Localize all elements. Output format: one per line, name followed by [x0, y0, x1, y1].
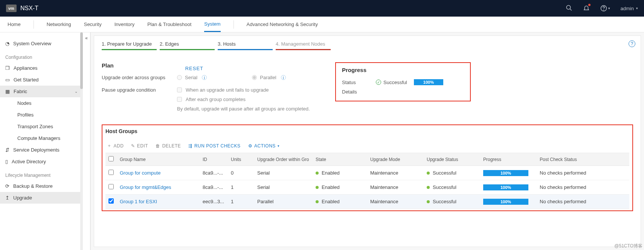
watermark: @51CTO博客 [614, 243, 642, 249]
status-label: Status [342, 80, 376, 85]
info-icon[interactable]: i [281, 75, 286, 80]
user-menu[interactable]: admin ▾ [621, 6, 638, 11]
col-progress: Progress [480, 153, 537, 166]
table-row[interactable]: Group for compute8ca9...-...0SerialEnabl… [105, 166, 629, 180]
host-groups-section: Host Groups ＋ADD ✎EDIT 🗑DELETE ⇶RUN POST… [102, 124, 633, 211]
trash-icon: 🗑 [156, 143, 160, 149]
status-value: Successful [383, 80, 407, 85]
pause-condition-label: Pause upgrade condition [102, 87, 177, 93]
sidebar-collapse-handle[interactable]: « [83, 32, 90, 250]
cell-order: Parallel [254, 195, 313, 209]
cell-state: Enabled [313, 166, 367, 180]
product-name: NSX-T [20, 5, 38, 12]
radio-parallel[interactable]: Paralleli [252, 75, 285, 80]
vmware-logo: vm [6, 5, 17, 12]
sidebar-item-profiles[interactable]: Profiles [0, 109, 83, 121]
step-prepare[interactable]: 1. Prepare for Upgrade [102, 41, 157, 52]
checkbox-label: When an upgrade unit fails to upgrade [186, 87, 269, 93]
status-dot-icon [427, 186, 430, 189]
radio-label: Serial [185, 75, 197, 80]
sidebar-item-get-started[interactable]: ▭ Get Started [0, 74, 83, 86]
tab-networking[interactable]: Networking [47, 17, 71, 31]
cell-upgrade-status: Successful [424, 195, 480, 209]
sidebar-item-active-directory[interactable]: ▯ Active Directory [0, 156, 83, 167]
radio-serial[interactable]: Seriali [177, 75, 207, 80]
row-checkbox[interactable] [108, 170, 114, 175]
sidebar-item-backup-restore[interactable]: ⟳ Backup & Restore [0, 180, 83, 192]
col-units: Units [228, 153, 254, 166]
col-id: ID [200, 153, 228, 166]
chevron-down-icon: ⌄ [75, 89, 78, 94]
cell-order: Serial [254, 166, 313, 180]
help-icon[interactable]: ▾ [600, 5, 610, 12]
col-upgrade-status: Upgrade Status [424, 153, 480, 166]
sidebar-item-label: System Overview [13, 41, 51, 46]
cell-group-name[interactable]: Group 1 for ESXI [117, 195, 200, 209]
sidebar-item-overview[interactable]: ◔ System Overview [0, 38, 83, 49]
checkbox-group-complete[interactable]: After each group completes [177, 97, 310, 102]
info-icon[interactable]: i [202, 75, 207, 80]
host-groups-title: Host Groups [105, 128, 629, 134]
cell-id: eec9...3... [200, 195, 228, 209]
reset-button[interactable]: RESET [185, 66, 203, 71]
sidebar-section-lifecycle: Lifecycle Management [0, 167, 83, 180]
tab-home[interactable]: Home [8, 17, 21, 31]
sidebar-item-compute-managers[interactable]: Compute Managers [0, 132, 83, 144]
tab-separator [233, 20, 234, 29]
sidebar-item-transport-zones[interactable]: Transport Zones [0, 121, 83, 132]
cell-post-check: No checks performed [537, 195, 629, 209]
actions-menu[interactable]: ⚙ACTIONS▾ [248, 143, 280, 149]
sidebar-item-label: Backup & Restore [13, 183, 53, 189]
cell-id: 8ca9...-... [200, 166, 228, 180]
run-post-checks-button[interactable]: ⇶RUN POST CHECKS [188, 143, 240, 149]
delete-button[interactable]: 🗑DELETE [156, 143, 181, 149]
tab-plan-troubleshoot[interactable]: Plan & Troubleshoot [147, 17, 191, 31]
book-icon: ▯ [5, 159, 8, 164]
search-icon[interactable] [566, 5, 572, 12]
cell-units: 1 [228, 180, 254, 195]
cell-post-check: No checks performed [537, 180, 629, 195]
sidebar-item-service-deployments[interactable]: ⇵ Service Deployments [0, 144, 83, 156]
cell-group-name[interactable]: Group for mgmt&Edges [117, 180, 200, 195]
svg-line-1 [570, 9, 572, 11]
row-checkbox[interactable] [108, 198, 114, 204]
step-edges[interactable]: 2. Edges [160, 41, 215, 52]
step-label: 4. Management Nodes [276, 41, 325, 47]
bell-icon[interactable] [583, 5, 590, 12]
notification-dot [588, 4, 591, 6]
select-all-checkbox[interactable] [108, 156, 114, 161]
tab-security[interactable]: Security [84, 17, 102, 31]
chevron-down-icon: ▾ [278, 144, 280, 148]
plan-title: Plan [102, 62, 114, 69]
checkbox-label: After each group completes [186, 97, 246, 102]
progress-bar: 100% [483, 170, 528, 176]
context-help-icon[interactable]: ? [629, 40, 635, 47]
sidebar-item-appliances[interactable]: ❒ Appliances [0, 62, 83, 74]
progress-section: Progress Status ✓ Successful 100% Detail… [335, 62, 471, 101]
cell-group-name[interactable]: Group for compute [117, 166, 200, 180]
chevron-down-icon: ▾ [636, 6, 638, 10]
table-row[interactable]: Group for mgmt&Edges8ca9...-...1SerialEn… [105, 180, 629, 195]
sidebar-scrollbar-thumb[interactable] [80, 32, 83, 89]
step-management-nodes[interactable]: 4. Management Nodes [276, 41, 331, 52]
sidebar-item-nodes[interactable]: Nodes [0, 97, 83, 109]
sidebar-item-fabric[interactable]: ▦ Fabric ⌄ [0, 86, 83, 97]
sidebar-item-upgrade[interactable]: ↥ Upgrade [0, 192, 83, 204]
row-checkbox[interactable] [108, 184, 114, 189]
edit-button[interactable]: ✎EDIT [131, 143, 148, 149]
cell-state: Enabled [313, 195, 367, 209]
monitor-icon: ▭ [5, 77, 10, 83]
sidebar-item-label: Service Deployments [13, 147, 60, 153]
table-row[interactable]: Group 1 for ESXIeec9...3...1ParallelEnab… [105, 195, 629, 209]
tab-system[interactable]: System [204, 17, 220, 32]
cell-id: 8ca9...-... [200, 180, 228, 195]
sidebar-section-configuration: Configuration [0, 49, 83, 62]
tab-inventory[interactable]: Inventory [114, 17, 134, 31]
upgrade-icon: ↥ [5, 195, 9, 201]
checkbox-unit-fails[interactable]: When an upgrade unit fails to upgrade [177, 87, 310, 93]
tab-advanced-networking[interactable]: Advanced Networking & Security [247, 17, 318, 31]
sidebar-item-label: Upgrade [13, 195, 32, 201]
cell-mode: Maintenance [367, 180, 424, 195]
step-hosts[interactable]: 3. Hosts [218, 41, 273, 52]
add-button[interactable]: ＋ADD [107, 143, 124, 149]
